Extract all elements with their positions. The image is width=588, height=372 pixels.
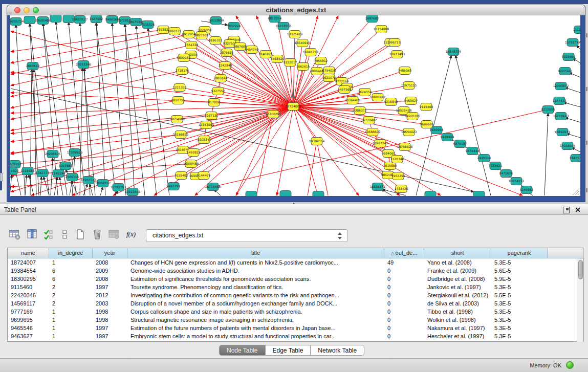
- graph-node[interactable]: 1244413: [553, 97, 567, 105]
- float-panel-icon[interactable]: [563, 207, 570, 213]
- table-settings-icon[interactable]: [8, 228, 21, 242]
- graph-edge[interactable]: [184, 58, 293, 106]
- graph-node[interactable]: 15136141: [370, 183, 386, 191]
- graph-node[interactable]: 1187533: [570, 155, 580, 162]
- graph-node[interactable]: 9267130: [205, 112, 219, 120]
- graph-edge[interactable]: [30, 69, 32, 195]
- graph-node[interactable]: 1120746: [390, 156, 404, 163]
- graph-node[interactable]: 10688609: [365, 128, 381, 136]
- graph-edge[interactable]: [11, 100, 178, 130]
- graph-node[interactable]: 18300295: [266, 111, 281, 118]
- graph-node[interactable]: 1112108: [573, 26, 580, 34]
- graph-node[interactable]: 17359926: [67, 149, 83, 157]
- graph-node[interactable]: 9144479: [197, 172, 211, 180]
- graph-node[interactable]: 8454749: [245, 46, 259, 54]
- graph-node[interactable]: [313, 191, 324, 196]
- graph-node[interactable]: 16648784: [446, 48, 462, 56]
- graph-node[interactable]: [473, 191, 485, 196]
- table-row[interactable]: 1830029562008Estimation of significance …: [8, 275, 577, 283]
- select-rows-icon[interactable]: [42, 228, 56, 242]
- graph-node[interactable]: 7952254: [391, 172, 405, 180]
- graph-node[interactable]: 2505115: [66, 173, 79, 181]
- graph-edge[interactable]: [563, 102, 580, 107]
- graph-edge[interactable]: [69, 22, 85, 195]
- graph-edge[interactable]: [317, 141, 328, 195]
- table-row[interactable]: 1872400712008Changes of HCN gene express…: [8, 258, 577, 267]
- graph-node[interactable]: 7386372: [353, 107, 367, 115]
- graph-node[interactable]: 1145194: [52, 170, 66, 178]
- graph-edge[interactable]: [80, 68, 82, 195]
- function-builder-icon[interactable]: f(x): [125, 228, 139, 242]
- graph-edge[interactable]: [236, 114, 273, 195]
- table-select-dropdown[interactable]: citations_edges.txt: [146, 229, 348, 242]
- tab-network-table[interactable]: Network Table: [311, 345, 364, 356]
- select-columns-icon[interactable]: [26, 228, 39, 242]
- graph-node[interactable]: 18756928: [397, 143, 413, 151]
- delete-table-icon[interactable]: [91, 228, 104, 242]
- graph-node[interactable]: 3242848: [219, 62, 232, 70]
- graph-edge[interactable]: [10, 174, 12, 195]
- graph-node[interactable]: 20691406: [35, 17, 51, 25]
- graph-edge[interactable]: [113, 106, 293, 195]
- graph-node[interactable]: 9097588: [59, 162, 73, 170]
- table-vertical-scrollbar[interactable]: [577, 258, 583, 342]
- graph-node[interactable]: 9890152: [177, 54, 191, 62]
- column-header-in_degree[interactable]: in_degree: [49, 248, 93, 258]
- graph-node[interactable]: 18654982: [169, 116, 185, 123]
- table-row[interactable]: 946362711997Embryonic stem cells: a mode…: [8, 332, 577, 340]
- graph-node[interactable]: 9208341: [198, 136, 211, 144]
- graph-node[interactable]: [425, 191, 436, 196]
- graph-edge[interactable]: [293, 106, 318, 195]
- graph-node[interactable]: 7632621: [489, 162, 503, 170]
- window-titlebar[interactable]: citations_edges.txt: [7, 5, 585, 15]
- graph-edge[interactable]: [11, 106, 293, 113]
- graph-node[interactable]: 9938924: [441, 134, 454, 141]
- graph-node[interactable]: 9327552: [211, 87, 225, 95]
- table-row[interactable]: 946554611997Estimation of the future num…: [8, 324, 577, 332]
- column-header-name[interactable]: name: [8, 248, 49, 258]
- graph-edge[interactable]: [11, 31, 175, 63]
- graph-node[interactable]: 2050619: [26, 62, 40, 70]
- tab-edge-table[interactable]: Edge Table: [266, 345, 311, 356]
- graph-node[interactable]: 9827508: [195, 32, 209, 39]
- graph-node[interactable]: 1115688: [21, 167, 35, 175]
- graph-node[interactable]: 1493822: [187, 149, 201, 157]
- graph-node[interactable]: 15892971: [555, 128, 571, 136]
- row-height-icon[interactable]: [58, 228, 71, 242]
- graph-edge[interactable]: [565, 87, 580, 93]
- graph-node[interactable]: 10958107: [95, 180, 111, 187]
- graph-node[interactable]: 14935786: [405, 113, 421, 120]
- graph-edge[interactable]: [225, 65, 293, 106]
- graph-node[interactable]: 18640910: [295, 39, 311, 47]
- graph-node[interactable]: 10973493: [389, 51, 405, 58]
- graph-node[interactable]: [50, 15, 61, 23]
- graph-node[interactable]: 16720407: [361, 117, 377, 124]
- graph-node[interactable]: 2803144: [214, 75, 228, 82]
- graph-node[interactable]: 12975115: [401, 82, 417, 90]
- graph-node[interactable]: 9115460: [420, 103, 433, 111]
- graph-edge[interactable]: [59, 177, 63, 195]
- graph-node[interactable]: 9457791: [167, 183, 181, 190]
- graph-edge[interactable]: [455, 55, 491, 195]
- graph-edge[interactable]: [293, 34, 295, 106]
- graph-node[interactable]: 8813054: [268, 15, 282, 23]
- graph-edge[interactable]: [40, 177, 41, 195]
- graph-node[interactable]: 12353594: [199, 121, 214, 129]
- graph-node[interactable]: 9463627: [404, 97, 418, 105]
- graph-node[interactable]: 7857224: [227, 23, 241, 30]
- graph-edge[interactable]: [80, 23, 95, 195]
- graph-edge[interactable]: [25, 174, 27, 195]
- graph-node[interactable]: 13325419: [287, 31, 303, 38]
- graph-node[interactable]: 10653527: [72, 16, 88, 24]
- graph-node[interactable]: 7515526: [141, 21, 155, 29]
- graph-node[interactable]: 1621072: [322, 74, 336, 82]
- graph-node[interactable]: 10654112: [509, 178, 525, 185]
- graph-node[interactable]: 18907243: [373, 140, 388, 147]
- graph-edge[interactable]: [567, 134, 580, 138]
- graph-node[interactable]: 8471676: [499, 170, 513, 178]
- graph-edge[interactable]: [148, 28, 169, 195]
- graph-node[interactable]: 12923448: [125, 188, 141, 196]
- graph-node[interactable]: 1990448: [310, 68, 324, 75]
- graph-node[interactable]: 9699695: [420, 121, 434, 128]
- graph-node[interactable]: 15751074: [565, 39, 580, 47]
